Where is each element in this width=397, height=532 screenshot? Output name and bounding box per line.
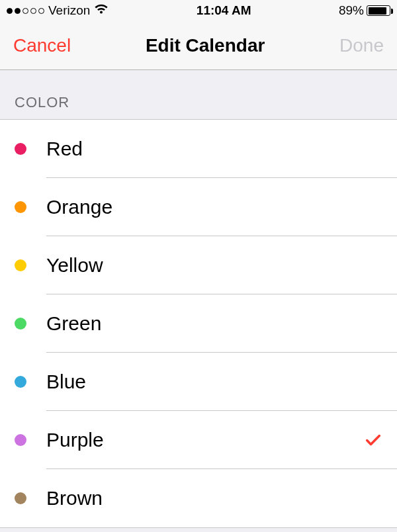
color-option-red[interactable]: Red <box>0 120 397 178</box>
status-time: 11:04 AM <box>197 3 251 18</box>
signal-strength-icon <box>7 8 44 14</box>
nav-bar: Cancel Edit Calendar Done <box>0 21 397 70</box>
color-option-label: Blue <box>46 371 382 393</box>
color-option-green[interactable]: Green <box>0 294 397 353</box>
color-option-label: Yellow <box>46 254 382 277</box>
battery-percentage: 89% <box>339 3 364 18</box>
page-title: Edit Calendar <box>146 35 265 56</box>
signal-dot <box>22 8 28 14</box>
cancel-button[interactable]: Cancel <box>13 35 71 56</box>
carrier-label: Verizon <box>48 3 90 18</box>
battery-icon <box>367 5 390 16</box>
wifi-icon <box>94 3 109 18</box>
color-swatch-icon <box>15 143 26 155</box>
color-option-label: Brown <box>46 487 382 510</box>
color-swatch-icon <box>15 259 26 271</box>
color-list: RedOrangeYellowGreenBluePurpleBrown <box>0 119 397 528</box>
signal-dot <box>15 8 21 14</box>
color-option-orange[interactable]: Orange <box>0 178 397 236</box>
color-swatch-icon <box>15 201 26 213</box>
color-option-label: Purple <box>46 429 364 451</box>
status-left: Verizon <box>7 3 109 18</box>
color-swatch-icon <box>15 318 26 330</box>
color-option-label: Red <box>46 138 382 160</box>
color-option-label: Orange <box>46 196 382 218</box>
signal-dot <box>30 8 36 14</box>
checkmark-icon <box>364 431 382 449</box>
signal-dot <box>38 8 44 14</box>
done-button[interactable]: Done <box>339 35 384 56</box>
color-swatch-icon <box>15 376 26 388</box>
status-bar: Verizon 11:04 AM 89% <box>0 0 397 21</box>
status-right: 89% <box>339 3 390 18</box>
color-option-blue[interactable]: Blue <box>0 353 397 411</box>
color-swatch-icon <box>15 434 26 446</box>
color-option-yellow[interactable]: Yellow <box>0 236 397 294</box>
color-option-purple[interactable]: Purple <box>0 411 397 469</box>
color-swatch-icon <box>15 492 26 504</box>
section-header-color: COLOR <box>0 70 397 119</box>
color-option-label: Green <box>46 312 382 335</box>
signal-dot <box>7 8 13 14</box>
color-option-brown[interactable]: Brown <box>0 469 397 527</box>
